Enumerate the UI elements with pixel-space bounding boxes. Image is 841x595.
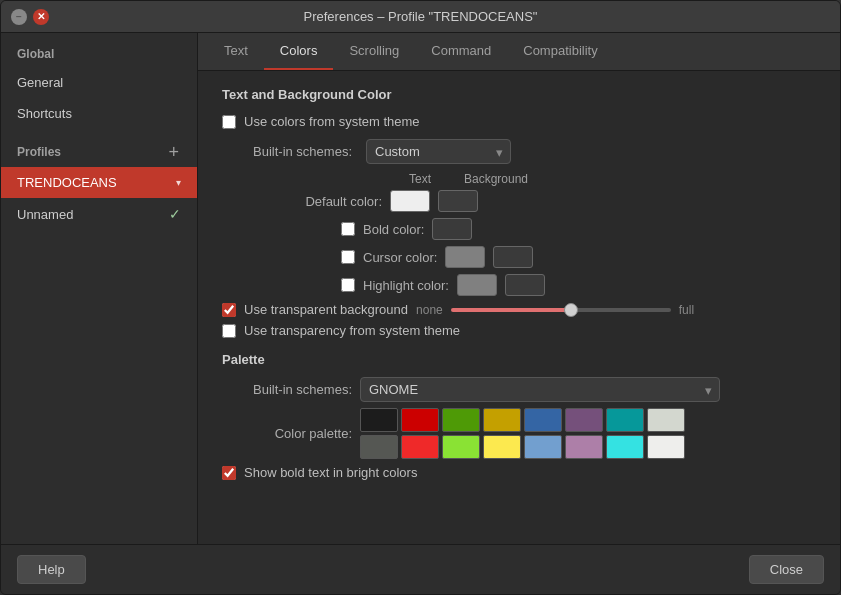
palette-section: Palette Built-in schemes: GNOME Color pa… bbox=[222, 352, 816, 480]
highlight-bg-swatch[interactable] bbox=[505, 274, 545, 296]
cursor-color-checkbox[interactable] bbox=[341, 250, 355, 264]
help-button[interactable]: Help bbox=[17, 555, 86, 584]
main-panel: Text Colors Scrolling Command Compatibil… bbox=[198, 33, 840, 544]
transparency-row: Use transparent background none full bbox=[222, 302, 816, 317]
sidebar-item-general[interactable]: General bbox=[1, 67, 197, 98]
minimize-button[interactable]: − bbox=[11, 9, 27, 25]
tabs-bar: Text Colors Scrolling Command Compatibil… bbox=[198, 33, 840, 71]
palette-row-2 bbox=[360, 435, 685, 459]
tab-compatibility[interactable]: Compatibility bbox=[507, 33, 613, 70]
highlight-color-label: Highlight color: bbox=[363, 278, 449, 293]
titlebar: − ✕ Preferences – Profile "TRENDOCEANS" bbox=[1, 1, 840, 33]
bottom-bar: Help Close bbox=[1, 544, 840, 594]
builtin-scheme-wrapper: Custom bbox=[366, 139, 511, 164]
palette-color-label: Color palette: bbox=[222, 426, 352, 441]
col-header-background: Background bbox=[464, 172, 524, 186]
slider-full-label: full bbox=[679, 303, 694, 317]
show-bold-label: Show bold text in bright colors bbox=[244, 465, 417, 480]
tab-command[interactable]: Command bbox=[415, 33, 507, 70]
cursor-text-swatch[interactable] bbox=[445, 246, 485, 268]
col-header-text: Text bbox=[400, 172, 440, 186]
tab-colors[interactable]: Colors bbox=[264, 33, 334, 70]
text-bg-section-title: Text and Background Color bbox=[222, 87, 816, 102]
transparency-slider-container: none full bbox=[416, 303, 694, 317]
tab-scrolling[interactable]: Scrolling bbox=[333, 33, 415, 70]
bold-color-label: Bold color: bbox=[363, 222, 424, 237]
highlight-text-swatch[interactable] bbox=[457, 274, 497, 296]
profile-name-active: TRENDOCEANS bbox=[17, 175, 117, 190]
profile-name-unnamed: Unnamed bbox=[17, 207, 73, 222]
use-system-colors-label: Use colors from system theme bbox=[244, 114, 420, 129]
profile-item-unnamed[interactable]: Unnamed ✓ bbox=[1, 198, 197, 230]
palette-swatch-5[interactable] bbox=[565, 408, 603, 432]
default-color-label: Default color: bbox=[222, 194, 382, 209]
tab-text[interactable]: Text bbox=[208, 33, 264, 70]
sidebar: Global General Shortcuts Profiles + TREN… bbox=[1, 33, 198, 544]
palette-builtin-label: Built-in schemes: bbox=[222, 382, 352, 397]
close-window-button[interactable]: ✕ bbox=[33, 9, 49, 25]
check-icon: ✓ bbox=[169, 206, 181, 222]
palette-swatch-13[interactable] bbox=[565, 435, 603, 459]
show-bold-row: Show bold text in bright colors bbox=[222, 465, 816, 480]
sidebar-bottom bbox=[1, 230, 197, 544]
bold-text-swatch[interactable] bbox=[432, 218, 472, 240]
sidebar-item-shortcuts[interactable]: Shortcuts bbox=[1, 98, 197, 129]
settings-content: Text and Background Color Use colors fro… bbox=[198, 71, 840, 544]
close-button[interactable]: Close bbox=[749, 555, 824, 584]
builtin-schemes-row: Built-in schemes: Custom bbox=[222, 139, 816, 164]
bold-color-checkbox[interactable] bbox=[341, 222, 355, 236]
global-section-label: Global bbox=[1, 33, 197, 67]
transparent-bg-label: Use transparent background bbox=[244, 302, 408, 317]
window-title: Preferences – Profile "TRENDOCEANS" bbox=[71, 9, 770, 24]
bold-color-row: Bold color: bbox=[222, 218, 816, 240]
palette-swatch-12[interactable] bbox=[524, 435, 562, 459]
palette-swatches bbox=[360, 408, 685, 459]
default-bg-swatch[interactable] bbox=[438, 190, 478, 212]
palette-swatch-2[interactable] bbox=[442, 408, 480, 432]
palette-section-title: Palette bbox=[222, 352, 816, 367]
transparency-slider[interactable] bbox=[451, 308, 671, 312]
highlight-color-row: Highlight color: bbox=[222, 274, 816, 296]
builtin-schemes-label: Built-in schemes: bbox=[222, 144, 352, 159]
use-system-colors-checkbox[interactable] bbox=[222, 115, 236, 129]
palette-swatch-14[interactable] bbox=[606, 435, 644, 459]
profiles-header: Profiles + bbox=[1, 129, 197, 167]
add-profile-button[interactable]: + bbox=[166, 143, 181, 161]
profile-item-trendoceans[interactable]: TRENDOCEANS ▾ bbox=[1, 167, 197, 198]
palette-swatch-6[interactable] bbox=[606, 408, 644, 432]
cursor-color-row: Cursor color: bbox=[222, 246, 816, 268]
default-color-row: Default color: bbox=[222, 190, 816, 212]
show-bold-checkbox[interactable] bbox=[222, 466, 236, 480]
palette-swatch-11[interactable] bbox=[483, 435, 521, 459]
cursor-bg-swatch[interactable] bbox=[493, 246, 533, 268]
palette-swatch-3[interactable] bbox=[483, 408, 521, 432]
system-transparency-checkbox[interactable] bbox=[222, 324, 236, 338]
palette-swatch-15[interactable] bbox=[647, 435, 685, 459]
system-colors-row: Use colors from system theme bbox=[222, 114, 816, 129]
palette-swatch-1[interactable] bbox=[401, 408, 439, 432]
palette-builtin-row: Built-in schemes: GNOME bbox=[222, 377, 816, 402]
slider-none-label: none bbox=[416, 303, 443, 317]
palette-swatch-8[interactable] bbox=[360, 435, 398, 459]
highlight-color-checkbox[interactable] bbox=[341, 278, 355, 292]
palette-row-1 bbox=[360, 408, 685, 432]
palette-scheme-wrapper: GNOME bbox=[360, 377, 720, 402]
palette-swatch-9[interactable] bbox=[401, 435, 439, 459]
profiles-label: Profiles bbox=[17, 145, 61, 159]
color-col-headers: Text Background bbox=[400, 172, 816, 186]
profile-arrow-icon: ▾ bbox=[176, 177, 181, 188]
default-text-swatch[interactable] bbox=[390, 190, 430, 212]
palette-color-row: Color palette: bbox=[222, 408, 816, 459]
cursor-color-label: Cursor color: bbox=[363, 250, 437, 265]
palette-swatch-0[interactable] bbox=[360, 408, 398, 432]
palette-swatch-4[interactable] bbox=[524, 408, 562, 432]
palette-scheme-select[interactable]: GNOME bbox=[360, 377, 720, 402]
system-transparency-row: Use transparency from system theme bbox=[222, 323, 816, 338]
palette-swatch-10[interactable] bbox=[442, 435, 480, 459]
content-area: Global General Shortcuts Profiles + TREN… bbox=[1, 33, 840, 544]
palette-swatch-7[interactable] bbox=[647, 408, 685, 432]
transparent-bg-checkbox[interactable] bbox=[222, 303, 236, 317]
builtin-scheme-select[interactable]: Custom bbox=[366, 139, 511, 164]
system-transparency-label: Use transparency from system theme bbox=[244, 323, 460, 338]
preferences-window: − ✕ Preferences – Profile "TRENDOCEANS" … bbox=[0, 0, 841, 595]
